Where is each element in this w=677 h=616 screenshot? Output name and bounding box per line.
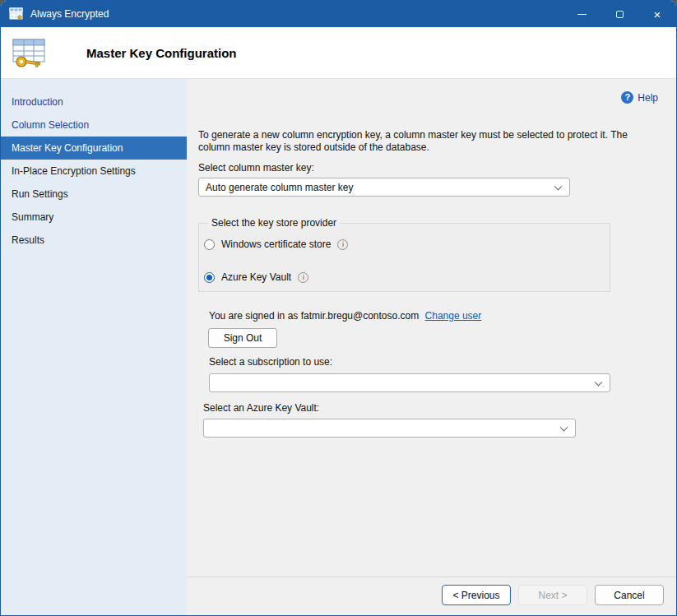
titlebar: Always Encrypted × <box>1 1 676 27</box>
window-title: Always Encrypted <box>30 8 109 20</box>
next-button[interactable]: Next > <box>518 585 587 605</box>
previous-button[interactable]: < Previous <box>442 585 511 605</box>
close-icon: × <box>654 8 661 21</box>
maximize-icon <box>616 11 624 18</box>
chevron-down-icon <box>554 182 563 190</box>
column-master-key-value: Auto generate column master key <box>206 182 353 193</box>
wizard-steps-sidebar: Introduction Column Selection Master Key… <box>1 79 187 616</box>
sidebar-item-summary[interactable]: Summary <box>1 206 187 229</box>
column-master-key-label: Select column master key: <box>198 162 314 174</box>
sidebar-item-column-selection[interactable]: Column Selection <box>1 113 187 137</box>
help-link[interactable]: ? Help <box>621 91 658 104</box>
sidebar-item-in-place-encryption[interactable]: In-Place Encryption Settings <box>1 160 187 183</box>
sidebar-item-introduction[interactable]: Introduction <box>1 90 187 113</box>
always-encrypted-window: Always Encrypted × Master Key Configurat… <box>0 0 677 616</box>
subscription-label: Select a subscription to use: <box>209 356 332 368</box>
info-icon[interactable]: i <box>298 272 308 283</box>
footer-separator <box>187 577 676 577</box>
key-vault-dropdown[interactable] <box>203 419 576 438</box>
minimize-icon <box>577 14 587 15</box>
radio-windows-certificate-store-label: Windows certificate store <box>221 239 331 250</box>
chevron-down-icon <box>595 377 603 386</box>
chevron-down-icon <box>560 423 568 431</box>
key-vault-label: Select an Azure Key Vault: <box>203 402 319 414</box>
sign-in-status: You are signed in as fatmir.bregu@contos… <box>209 310 481 322</box>
radio-windows-certificate-store[interactable]: Windows certificate store i <box>204 239 348 250</box>
window-controls: × <box>563 1 676 27</box>
cancel-button[interactable]: Cancel <box>595 585 664 605</box>
sidebar-item-run-settings[interactable]: Run Settings <box>1 183 187 206</box>
table-key-icon <box>9 34 49 72</box>
subscription-dropdown[interactable] <box>209 373 610 392</box>
wizard-header: Master Key Configuration <box>1 27 676 79</box>
close-button[interactable]: × <box>638 1 676 27</box>
maximize-button[interactable] <box>600 1 638 27</box>
minimize-button[interactable] <box>563 1 600 27</box>
help-icon: ? <box>621 91 633 104</box>
column-master-key-dropdown[interactable]: Auto generate column master key <box>198 178 570 197</box>
change-user-link[interactable]: Change user <box>425 310 482 322</box>
page-title: Master Key Configuration <box>86 46 237 60</box>
radio-azure-key-vault-label: Azure Key Vault <box>221 271 291 283</box>
radio-unselected-icon <box>204 239 215 250</box>
sidebar-item-master-key-configuration[interactable]: Master Key Configuration <box>1 137 187 160</box>
sidebar-item-results[interactable]: Results <box>1 229 187 252</box>
radio-selected-icon <box>204 272 215 283</box>
sign-in-status-text: You are signed in as fatmir.bregu@contos… <box>209 310 419 322</box>
info-icon[interactable]: i <box>337 239 348 250</box>
radio-azure-key-vault[interactable]: Azure Key Vault i <box>204 271 308 283</box>
key-store-provider-legend: Select the key store provider <box>208 217 340 229</box>
app-icon <box>9 7 24 21</box>
intro-text: To generate a new column encryption key,… <box>198 129 651 154</box>
sign-out-button[interactable]: Sign Out <box>208 328 277 348</box>
help-label: Help <box>638 92 658 104</box>
